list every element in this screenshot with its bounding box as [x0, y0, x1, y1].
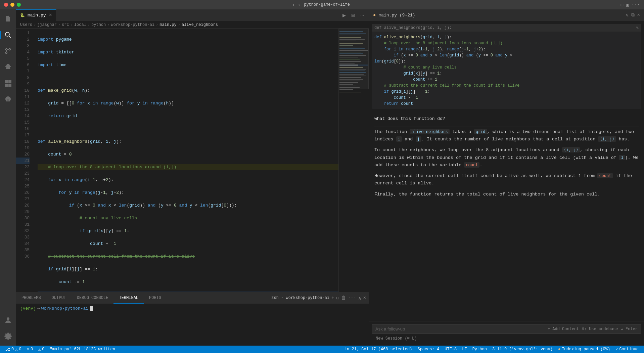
activity-bottom — [0, 312, 16, 344]
status-indexing[interactable]: ● Indexing paused (0%) — [555, 346, 613, 353]
breadcrumb-workshop[interactable]: workshop-python-ai — [111, 23, 154, 27]
terminal-new-button[interactable]: + — [331, 295, 334, 301]
status-eol[interactable]: LF — [459, 346, 469, 353]
status-python-version[interactable]: 3.11.9 ('venv-gol': venv) — [490, 346, 555, 353]
enter-button[interactable]: ↵ Enter — [621, 326, 638, 332]
more-icon[interactable]: ··· — [632, 2, 640, 7]
line-13: for y in range(j-1, j+2): — [38, 189, 338, 196]
activity-icon-copilot[interactable] — [0, 91, 16, 107]
line-12: for x in range(i-1, i+2): — [38, 177, 338, 183]
git-branch-text: 0 — [11, 347, 14, 352]
tab-terminal[interactable]: TERMINAL — [113, 292, 144, 304]
response-p3: However, since the current cell itself c… — [374, 172, 639, 187]
eol-text: LF — [462, 347, 467, 352]
svg-rect-27 — [339, 63, 355, 63]
status-errors[interactable]: ⊗ 0 — [24, 346, 36, 353]
svg-rect-22 — [339, 53, 363, 54]
breadcrumb-src[interactable]: src — [62, 23, 69, 27]
chat-close-button[interactable]: × — [637, 12, 640, 18]
terminal-close-button[interactable]: × — [363, 295, 366, 301]
svg-rect-8 — [8, 84, 11, 87]
status-cursor-pos[interactable]: Ln 21, Col 17 (468 selected) — [342, 346, 415, 353]
line-11: # loop over the 8 adjacent locations aro… — [38, 164, 338, 170]
terminal-collapse-button[interactable]: ∧ — [358, 295, 361, 301]
activity-icon-extensions[interactable] — [0, 75, 16, 91]
spaces-text: Spaces: 4 — [417, 347, 439, 352]
svg-rect-31 — [339, 69, 366, 70]
run-button[interactable]: ▶ — [340, 12, 348, 19]
chat-input[interactable] — [375, 326, 545, 332]
svg-rect-30 — [339, 67, 363, 68]
terminal-split-button[interactable]: ⊟ — [336, 295, 339, 301]
chat-input-area: + Add Content ⌘↑ Use codebase ↵ Enter Ne… — [369, 321, 644, 346]
warning-count: 0 — [42, 347, 44, 352]
back-button[interactable]: ‹ — [291, 1, 296, 8]
code-editor[interactable]: 1234 5678 9101112 13141516 17181920 21 2… — [16, 29, 369, 292]
git-count: 0 — [19, 347, 21, 352]
tab-ports[interactable]: PORTS — [144, 292, 167, 304]
layout-icon[interactable]: ▣ — [626, 2, 629, 8]
code-preview-edit-icon[interactable]: ✎ — [636, 25, 639, 30]
chat-edit-button[interactable]: ✎ — [626, 12, 628, 18]
python-file-icon: 🐍 — [20, 13, 25, 17]
status-language[interactable]: Python — [470, 346, 490, 353]
svg-rect-6 — [8, 80, 11, 83]
activity-icon-search[interactable] — [0, 27, 16, 43]
breadcrumb-python[interactable]: python — [91, 23, 106, 27]
breadcrumb-mainpy[interactable]: main.py — [159, 23, 176, 27]
chat-input-box: + Add Content ⌘↑ Use codebase ↵ Enter — [372, 324, 641, 334]
inline-code-ij2: (i, j) — [562, 147, 580, 152]
minimize-dot[interactable] — [10, 3, 14, 7]
svg-rect-29 — [339, 64, 358, 66]
breadcrumb-users[interactable]: Users — [20, 23, 32, 27]
activity-icon-accounts[interactable] — [0, 312, 16, 328]
add-content-button[interactable]: + Add Content — [548, 327, 579, 332]
terminal-content[interactable]: (venv) → workshop-python-ai — [16, 304, 369, 346]
forward-button[interactable]: › — [297, 1, 302, 8]
svg-rect-21 — [339, 52, 361, 52]
breadcrumb-jjasghar[interactable]: jjasghar — [37, 23, 57, 27]
code-lines[interactable]: import pygame import tkinter import time… — [32, 29, 338, 292]
activity-icon-git[interactable] — [0, 43, 16, 59]
split-editor-button[interactable]: ⊟ — [349, 12, 357, 19]
breadcrumb-alive-neighbors[interactable]: alive_neighbors — [182, 23, 218, 27]
chat-new-session-button[interactable]: New Session (⌘ L) — [372, 334, 641, 343]
terminal-trash-button[interactable]: 🗑 — [341, 295, 346, 301]
status-warnings[interactable]: ⚠ 0 — [36, 346, 47, 353]
tab-debug-console[interactable]: DEBUG CONSOLE — [72, 292, 114, 304]
use-codebase-button[interactable]: ⌘↑ Use codebase — [582, 326, 618, 332]
tab-main-py[interactable]: 🐍 main.py × — [16, 9, 56, 21]
line-6: grid = [[0 for x in range(w)] for y in r… — [38, 100, 338, 106]
svg-rect-39 — [339, 82, 358, 83]
maximize-dot[interactable] — [17, 3, 21, 7]
svg-rect-26 — [339, 61, 361, 62]
line-20: count -= 1 — [38, 279, 338, 285]
status-bar: ⎇ 0 △ 0 ⊗ 0 ⚠ 0 "main.py" 62L 1812C writ… — [0, 346, 644, 353]
svg-rect-19 — [339, 48, 365, 49]
activity-icon-debug[interactable] — [0, 59, 16, 75]
cursor-position: Ln 21, Col 17 (468 selected) — [344, 347, 412, 352]
terminal-area: PROBLEMS OUTPUT DEBUG CONSOLE TERMINAL P… — [16, 292, 369, 346]
svg-rect-14 — [339, 39, 365, 40]
status-git-branch[interactable]: ⎇ 0 △ 0 — [3, 346, 24, 353]
close-dot[interactable] — [4, 3, 8, 7]
status-spaces[interactable]: Spaces: 4 — [415, 346, 442, 353]
terminal-more-button[interactable]: ··· — [348, 295, 356, 301]
chat-messages[interactable]: what does this function do? The function… — [369, 112, 644, 321]
activity-icon-explorer[interactable] — [0, 11, 16, 27]
window-controls — [4, 3, 21, 7]
minimap — [338, 29, 369, 292]
breadcrumb: Users › jjasghar › src › local › python … — [16, 21, 369, 29]
status-continue[interactable]: ✓ Continue — [613, 346, 641, 353]
tab-output[interactable]: OUTPUT — [46, 292, 72, 304]
tab-close-button[interactable]: × — [49, 13, 52, 18]
tab-problems[interactable]: PROBLEMS — [16, 292, 46, 304]
activity-icon-settings[interactable] — [0, 328, 16, 344]
more-actions-button[interactable]: ··· — [358, 12, 366, 19]
status-encoding[interactable]: UTF-8 — [442, 346, 459, 353]
breadcrumb-local[interactable]: local — [74, 23, 86, 27]
status-left: ⎇ 0 △ 0 ⊗ 0 ⚠ 0 "main.py" 62L 1812C writ… — [3, 346, 118, 353]
chat-maximize-button[interactable]: ⧉ — [631, 12, 635, 18]
split-icon[interactable]: ⊡ — [620, 2, 623, 8]
svg-rect-10 — [339, 31, 363, 32]
